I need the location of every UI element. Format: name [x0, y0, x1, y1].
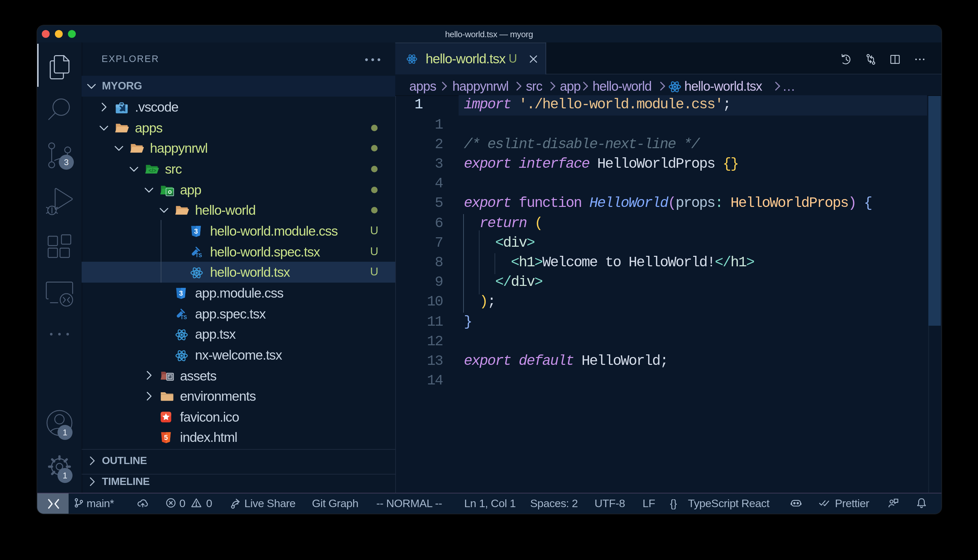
svg-text:5: 5	[164, 434, 168, 442]
svg-text:3: 3	[179, 289, 183, 297]
svg-text:3: 3	[194, 227, 198, 235]
svg-text:TS: TS	[180, 315, 187, 320]
svg-text:</>: </>	[149, 167, 157, 173]
svg-text:TS: TS	[196, 253, 202, 258]
